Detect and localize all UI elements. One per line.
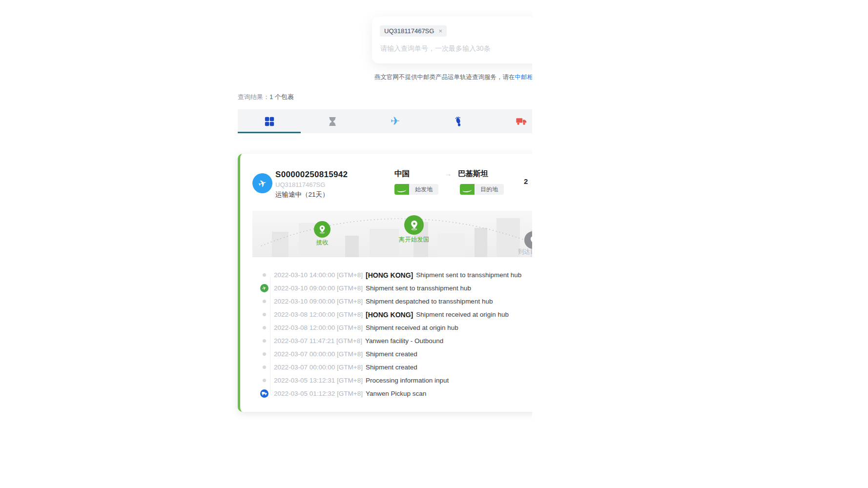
timeline-row: 2022-03-08 12:00:00 [GTM+8][HONG KONG]Sh… bbox=[254, 308, 532, 321]
timeline-dot-icon bbox=[263, 366, 266, 369]
timeline-time: 2022-03-05 13:12:31 [GTM+8] bbox=[274, 377, 363, 384]
airplane-icon: ✈ bbox=[257, 177, 268, 189]
timeline-dot-icon bbox=[263, 352, 266, 356]
tab-airplane[interactable]: ✈ bbox=[364, 109, 427, 133]
timeline-time: 2022-03-08 12:00:00 [GTM+8] bbox=[274, 311, 363, 318]
airplane-icon: ✈ bbox=[260, 284, 269, 292]
timeline-row: ✈2022-03-10 09:00:00 [GTM+8]Shipment sen… bbox=[254, 282, 532, 295]
destination-badge: 目的地 bbox=[460, 184, 504, 195]
timeline-description: Shipment sent to transshipment hub bbox=[366, 285, 471, 292]
timeline-time: 2022-03-05 01:12:32 [GTM+8] bbox=[274, 390, 363, 397]
clipped-right-text: 2 bbox=[524, 177, 528, 185]
timeline-time: 2022-03-10 09:00:00 [GTM+8] bbox=[274, 298, 363, 305]
yanwen-logo-mark bbox=[460, 184, 475, 195]
china-post-link[interactable]: 中邮相关网 bbox=[515, 74, 533, 81]
timeline-description: Yanwen facility - Outbound bbox=[365, 337, 443, 345]
waybill-number: UQ318117467SG bbox=[275, 181, 325, 188]
notice-text: 燕文官网不提供中邮类产品运单轨迹查询服务，请在中邮相关网 bbox=[374, 73, 532, 81]
map-pin-icon bbox=[410, 220, 419, 230]
truck-icon bbox=[516, 117, 527, 126]
timeline-location: [HONG KONG] bbox=[366, 271, 413, 279]
timeline-time: 2022-03-08 12:00:00 [GTM+8] bbox=[274, 324, 363, 331]
viewport-clip: UQ318117467SG × 请输入查询单号，一次最多输入30条 燕文官网不提… bbox=[0, 0, 532, 488]
yanwen-logo-mark bbox=[394, 184, 409, 195]
notice-prefix: 燕文官网不提供中邮类产品运单轨迹查询服务，请在 bbox=[374, 74, 515, 81]
timeline-dot-icon bbox=[263, 339, 266, 343]
search-input[interactable]: 请输入查询单号，一次最多输入30条 bbox=[380, 44, 491, 53]
milestone-departed-marker bbox=[404, 215, 424, 235]
milestone-arrived-label: 到达目的国 bbox=[518, 248, 532, 256]
milestone-pickup-label: 揽收 bbox=[316, 239, 329, 247]
timeline-description: Shipment sent to transshipment hub bbox=[416, 271, 521, 279]
package-icon bbox=[264, 116, 275, 127]
timeline-description: Shipment received at origin hub bbox=[366, 324, 458, 331]
tracking-number-tag-label: UQ318117467SG bbox=[384, 27, 434, 35]
timeline-description: Processing information input bbox=[366, 377, 449, 384]
timeline-location: [HONG KONG] bbox=[366, 311, 413, 319]
timeline-description: Shipment received at origin hub bbox=[416, 311, 509, 318]
timeline-dot-icon bbox=[263, 273, 266, 277]
milestone-pickup-marker bbox=[314, 221, 331, 238]
timeline-row: 2022-03-05 13:12:31 [GTM+8]Processing in… bbox=[254, 374, 532, 387]
timeline-description: Shipment created bbox=[366, 350, 417, 358]
origin-country: 中国 bbox=[394, 169, 410, 179]
origin-badge: 始发地 bbox=[394, 184, 438, 195]
footprint-icon bbox=[454, 116, 463, 127]
tab-hourglass[interactable] bbox=[301, 109, 364, 133]
milestone-departed-label: 离开始发国 bbox=[399, 236, 430, 244]
truck-icon bbox=[260, 389, 269, 398]
timeline-time: 2022-03-07 11:47:21 [GTM+8] bbox=[274, 337, 362, 345]
timeline-description: Shipment created bbox=[366, 364, 417, 371]
timeline-row: 2022-03-10 09:00:00 [GTM+8]Shipment desp… bbox=[254, 295, 532, 308]
destination-badge-label: 目的地 bbox=[475, 184, 504, 195]
timeline-dot-icon bbox=[263, 300, 266, 303]
page: UQ318117467SG × 请输入查询单号，一次最多输入30条 燕文官网不提… bbox=[0, 0, 868, 488]
shipment-card: ✈ S00000250815942 UQ318117467SG 运输途中（21天… bbox=[238, 154, 532, 412]
timeline-time: 2022-03-07 00:00:00 [GTM+8] bbox=[274, 350, 363, 358]
timeline-time: 2022-03-10 09:00:00 [GTM+8] bbox=[274, 285, 363, 292]
timeline-dot-icon bbox=[263, 326, 266, 329]
tab-package[interactable] bbox=[238, 109, 301, 133]
close-icon[interactable]: × bbox=[438, 28, 442, 34]
shipment-avatar: ✈ bbox=[252, 173, 272, 193]
map-pin-icon bbox=[318, 225, 326, 234]
route-dotted-path bbox=[252, 211, 532, 257]
timeline-dot-icon bbox=[263, 379, 266, 382]
timeline-description: Shipment despatched to transshipment hub bbox=[366, 298, 493, 305]
timeline-row: 2022-03-07 11:47:21 [GTM+8]Yanwen facili… bbox=[254, 334, 532, 347]
results-label: 查询结果： bbox=[238, 93, 269, 101]
results-summary: 查询结果：1 个包裹 bbox=[238, 93, 294, 102]
timeline-list: 2022-03-10 14:00:00 [GTM+8][HONG KONG]Sh… bbox=[254, 268, 532, 400]
timeline-row: 2022-03-07 00:00:00 [GTM+8]Shipment crea… bbox=[254, 361, 532, 374]
map-pin-icon bbox=[529, 236, 533, 245]
tracking-number-tag[interactable]: UQ318117467SG × bbox=[380, 25, 447, 37]
timeline-row: 2022-03-08 12:00:00 [GTM+8]Shipment rece… bbox=[254, 321, 532, 334]
destination-country: 巴基斯坦 bbox=[458, 169, 488, 179]
timeline-row: 2022-03-10 14:00:00 [GTM+8][HONG KONG]Sh… bbox=[254, 268, 532, 282]
timeline-description: Yanwen Pickup scan bbox=[366, 390, 426, 397]
carrier-tabbar: ✈ bbox=[238, 109, 532, 133]
airplane-icon: ✈ bbox=[391, 116, 400, 127]
tracking-number: S00000250815942 bbox=[275, 170, 348, 180]
origin-badge-label: 始发地 bbox=[409, 184, 438, 195]
hourglass-icon bbox=[328, 117, 337, 126]
map-banner: 揽收 离开始发国 到达目的国 bbox=[252, 211, 532, 257]
timeline-time: 2022-03-10 14:00:00 [GTM+8] bbox=[274, 271, 363, 279]
results-count: 1 个包裹 bbox=[269, 93, 294, 101]
timeline-row: 2022-03-05 01:12:32 [GTM+8]Yanwen Pickup… bbox=[254, 387, 532, 400]
timeline-row: 2022-03-07 00:00:00 [GTM+8]Shipment crea… bbox=[254, 347, 532, 361]
timeline-dot-icon bbox=[263, 313, 266, 316]
timeline-time: 2022-03-07 00:00:00 [GTM+8] bbox=[274, 364, 363, 371]
tab-footprint[interactable] bbox=[427, 109, 490, 133]
shipment-status: 运输途中（21天） bbox=[275, 190, 329, 199]
search-panel: UQ318117467SG × 请输入查询单号，一次最多输入30条 bbox=[372, 17, 532, 63]
tab-truck[interactable] bbox=[490, 109, 532, 133]
arrow-right-icon: → bbox=[445, 170, 452, 178]
